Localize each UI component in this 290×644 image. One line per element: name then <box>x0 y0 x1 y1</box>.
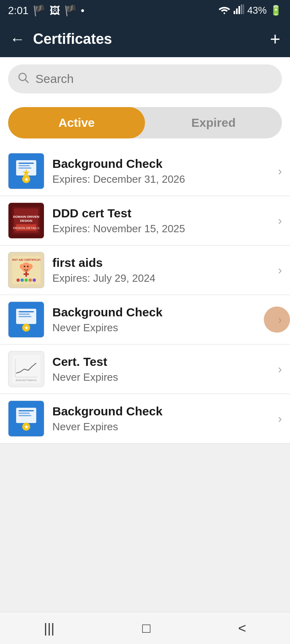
item-title: Cert. Test <box>52 355 274 369</box>
svg-rect-12 <box>19 167 31 169</box>
battery-icon: 🔋 <box>270 5 282 16</box>
tab-expired[interactable]: Expired <box>145 107 282 138</box>
item-icon: Android Patterns <box>8 351 44 387</box>
svg-text:DESIGN DETAILS: DESIGN DETAILS <box>13 226 39 230</box>
svg-rect-30 <box>25 271 27 277</box>
chevron-right-icon: › <box>278 263 282 277</box>
item-content: Background Check Never Expires <box>52 405 274 433</box>
svg-text:★: ★ <box>24 325 29 331</box>
svg-rect-51 <box>19 415 31 416</box>
chevron-right-icon: › <box>278 412 282 425</box>
svg-point-0 <box>224 12 225 14</box>
svg-rect-10 <box>19 163 34 164</box>
search-bar[interactable] <box>8 64 282 93</box>
touch-indicator <box>264 307 290 333</box>
signal-icon <box>234 4 244 17</box>
item-icon: ★ <box>8 153 44 189</box>
svg-point-33 <box>25 279 28 282</box>
item-content: DDD cert Test Expires: November 15, 2025 <box>52 206 274 235</box>
chevron-right-icon: › <box>278 362 282 376</box>
add-button[interactable]: + <box>270 29 280 49</box>
header: ← Certificates + <box>0 21 290 57</box>
svg-rect-39 <box>19 314 30 315</box>
item-content: first aids Expires: July 29, 2024 <box>52 256 274 285</box>
wifi-icon <box>218 4 230 17</box>
tab-active[interactable]: Active <box>8 107 145 138</box>
item-title: Background Check <box>52 405 274 418</box>
item-icon: DOMAIN DRIVEN DESIGN DESIGN DETAILS <box>8 202 44 239</box>
item-icon: FIRST AID CERTIFICATE <box>8 252 44 288</box>
item-icon: ★ <box>8 301 44 338</box>
battery-text: 43% <box>247 5 267 16</box>
status-left: 2:01 🏴 🖼 🏴 • <box>8 4 85 17</box>
svg-point-34 <box>29 279 32 282</box>
list-item[interactable]: ★ Background Check Expires: December 31,… <box>0 147 290 196</box>
svg-rect-49 <box>19 410 34 411</box>
back-button[interactable]: ← <box>10 31 25 48</box>
item-subtitle: Never Expires <box>52 371 274 384</box>
list-item[interactable]: DOMAIN DRIVEN DESIGN DESIGN DETAILS DDD … <box>0 196 290 246</box>
item-subtitle: Expires: July 29, 2024 <box>52 272 274 285</box>
status-time: 2:01 <box>8 4 29 17</box>
svg-rect-2 <box>236 8 238 14</box>
svg-point-32 <box>21 279 24 282</box>
tab-container: Active Expired <box>0 101 290 147</box>
svg-point-26 <box>27 266 29 267</box>
item-title: Background Check <box>52 157 274 171</box>
search-container <box>0 57 290 101</box>
bottom-nav: ||| □ < <box>0 612 290 644</box>
list-item[interactable]: ★ Background Check Never Expires › <box>0 394 290 444</box>
recent-apps-button[interactable]: ||| <box>44 620 55 636</box>
flag-icon-1: 🏴 <box>33 4 46 17</box>
item-subtitle: Expires: December 31, 2026 <box>52 173 274 186</box>
back-nav-button[interactable]: < <box>238 620 246 636</box>
svg-point-28 <box>29 264 33 269</box>
item-icon: ★ <box>8 400 44 437</box>
certificates-list: ★ Background Check Expires: December 31,… <box>0 147 290 444</box>
chevron-right-icon: › <box>278 214 282 227</box>
svg-text:FIRST AID CERTIFICATE: FIRST AID CERTIFICATE <box>12 258 40 261</box>
svg-rect-5 <box>243 4 244 14</box>
svg-text:DESIGN: DESIGN <box>20 219 33 223</box>
item-title: Background Check <box>52 305 274 319</box>
svg-rect-4 <box>241 4 242 14</box>
empty-space <box>0 444 290 621</box>
item-content: Background Check Expires: December 31, 2… <box>52 157 274 186</box>
image-icon: 🖼 <box>50 4 60 17</box>
flag-icon-2: 🏴 <box>64 4 77 17</box>
item-content: Cert. Test Never Expires <box>52 355 274 384</box>
svg-rect-11 <box>19 165 30 166</box>
svg-point-35 <box>33 279 36 282</box>
svg-text:★: ★ <box>24 177 29 182</box>
chevron-right-icon: › <box>278 164 282 178</box>
svg-text:DOMAIN DRIVEN: DOMAIN DRIVEN <box>13 215 39 219</box>
item-subtitle: Never Expires <box>52 322 274 334</box>
status-bar: 2:01 🏴 🖼 🏴 • 43% 🔋 <box>0 0 290 21</box>
svg-rect-38 <box>19 311 34 312</box>
svg-rect-1 <box>234 11 235 14</box>
page-title: Certificates <box>33 31 270 47</box>
svg-point-31 <box>17 279 20 282</box>
list-item[interactable]: FIRST AID CERTIFICATE fi <box>0 246 290 295</box>
status-right: 43% 🔋 <box>218 4 282 17</box>
svg-rect-50 <box>19 413 30 414</box>
item-title: DDD cert Test <box>52 206 274 220</box>
item-subtitle: Never Expires <box>52 421 274 433</box>
search-icon <box>18 72 29 86</box>
item-subtitle: Expires: November 15, 2025 <box>52 223 274 235</box>
svg-rect-3 <box>238 6 240 14</box>
tab-toggle: Active Expired <box>8 107 282 138</box>
svg-point-27 <box>20 264 23 269</box>
svg-text:Android Patterns: Android Patterns <box>16 379 37 382</box>
svg-line-7 <box>25 80 28 83</box>
list-item[interactable]: ★ Background Check Never Expires › <box>0 295 290 345</box>
dot-icon: • <box>81 4 85 17</box>
item-content: Background Check Never Expires <box>52 305 274 334</box>
search-input[interactable] <box>35 72 272 86</box>
list-item[interactable]: Android Patterns Cert. Test Never Expire… <box>0 345 290 394</box>
svg-text:★: ★ <box>24 424 29 430</box>
svg-point-25 <box>24 266 25 267</box>
item-title: first aids <box>52 256 274 270</box>
svg-rect-40 <box>19 316 31 317</box>
home-button[interactable]: □ <box>142 620 151 636</box>
